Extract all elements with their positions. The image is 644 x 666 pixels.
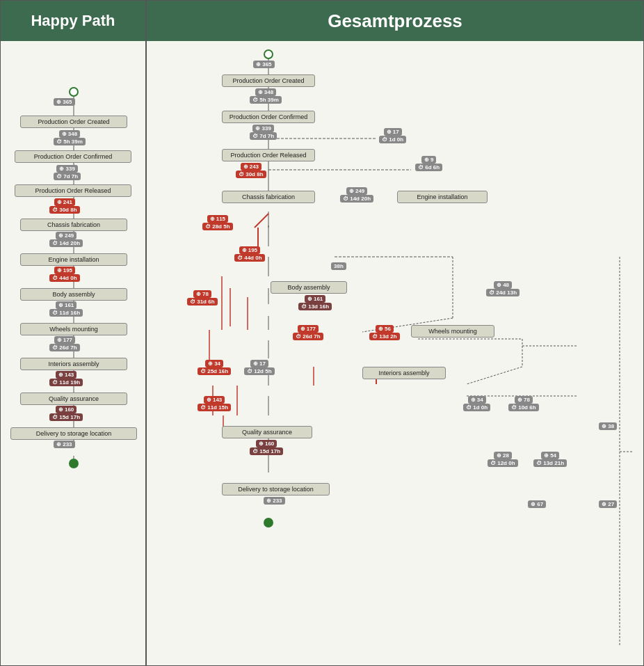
right-metric-177r: ⊕ 177 ⏱ 26d 7h [293, 325, 323, 340]
right-count-54: ⊕ 54 [541, 452, 559, 459]
left-count-8: ⊕ 143 [56, 371, 77, 379]
right-count-por: ⊕ 243 [241, 163, 262, 171]
left-count-5: ⊕ 195 [54, 267, 76, 274]
left-node-5: Engine installation [20, 253, 127, 266]
right-time-161r: ⏱ 13d 16h [298, 303, 332, 310]
right-time-249: ⏱ 14d 20h [340, 195, 373, 203]
right-count-34r: ⊕ 34 [468, 396, 486, 404]
left-time-2: ⏱ 7d 7h [54, 173, 81, 180]
panel-right: Gesamtprozess [147, 1, 643, 665]
left-node-8: Interiors assembly [20, 358, 127, 370]
left-metric-4: ⊕ 249 ⏱ 14d 20h [49, 232, 83, 247]
right-node-pocf: Production Order Confirmed [222, 111, 315, 123]
right-time-28: ⏱ 12d 0h [488, 459, 518, 467]
right-metric-9: ⊕ 9 ⏱ 6d 6h [415, 156, 442, 171]
right-time-56: ⏱ 13d 2h [369, 333, 400, 340]
right-time-160: ⏱ 15d 17h [250, 447, 283, 455]
panel-left: Happy Path [1, 1, 147, 665]
right-metric-28: ⊕ 28 ⏱ 12d 0h [488, 452, 518, 467]
left-metric-2: ⊕ 339 ⏱ 7d 7h [54, 165, 81, 180]
right-time-34r: ⏱ 1d 0h [463, 404, 490, 411]
right-count-233: ⊕ 233 [264, 497, 285, 505]
right-count-poc: ⊕ 348 [255, 88, 277, 96]
right-metric-48: ⊕ 48 ⏱ 24d 13h [486, 281, 520, 296]
right-node-por: Production Order Released [222, 149, 315, 161]
right-node-ba: Body assembly [271, 281, 347, 294]
right-metric-249: ⊕ 249 ⏱ 14d 20h [340, 187, 373, 203]
right-end-circle [264, 518, 273, 528]
left-count-2: ⊕ 339 [56, 165, 78, 173]
right-metric-38r: ⊕ 38 [599, 422, 617, 430]
svg-line-55 [467, 367, 522, 384]
left-count-4: ⊕ 249 [56, 232, 77, 239]
right-node-ei: Engine installation [397, 191, 488, 203]
right-time-34l: ⏱ 25d 16h [198, 367, 231, 375]
right-count-start: ⊕ 365 [253, 61, 275, 68]
left-time-3: ⏱ 30d 8h [49, 206, 80, 214]
right-metric-poc: ⊕ 348 ⏱ 5h 39m [250, 88, 282, 104]
right-count-177r: ⊕ 177 [298, 325, 319, 333]
right-count-27: ⊕ 27 [599, 500, 617, 508]
right-metric-78: ⊕ 78 ⏱ 31d 6h [187, 290, 218, 306]
right-time-poc: ⏱ 5h 39m [250, 96, 282, 104]
right-metric-160: ⊕ 160 ⏱ 15d 17h [250, 440, 283, 455]
right-start-circle [264, 49, 273, 59]
right-count-195: ⊕ 195 [239, 246, 261, 254]
right-count-9: ⊕ 9 [421, 156, 437, 164]
right-time-54: ⏱ 13d 21h [533, 459, 567, 467]
right-metric-17: ⊕ 17 ⏱ 1d 0h [379, 128, 406, 143]
right-time-17l: ⏱ 12d 5h [244, 367, 275, 375]
left-count-7: ⊕ 177 [54, 336, 76, 344]
right-metric-27: ⊕ 27 [599, 500, 617, 508]
right-count-17l: ⊕ 17 [250, 360, 268, 367]
right-time-pocf: ⏱ 7d 7h [250, 132, 277, 140]
right-time-115: ⏱ 28d 5h [202, 223, 233, 230]
left-time-6: ⏱ 11d 16h [49, 309, 83, 317]
left-panel-header: Happy Path [1, 1, 145, 41]
right-count-78r: ⊕ 78 [515, 396, 533, 404]
right-count-48: ⊕ 48 [494, 281, 512, 289]
right-38h: 38h [331, 262, 346, 270]
left-metric-3: ⊕ 241 ⏱ 30d 8h [49, 198, 80, 214]
right-count-161r: ⊕ 161 [305, 295, 326, 303]
left-metric-6: ⊕ 161 ⏱ 11d 16h [49, 301, 83, 317]
left-metric-10: ⊕ 233 [54, 441, 75, 448]
right-count-78: ⊕ 78 [193, 290, 211, 298]
right-count-249: ⊕ 249 [346, 187, 368, 195]
left-metric-7: ⊕ 177 ⏱ 26d 7h [49, 336, 80, 351]
left-end-circle [69, 459, 79, 468]
left-node-1: Production Order Created [20, 116, 127, 128]
left-node-10: Delivery to storage location [10, 427, 137, 440]
right-time-195: ⏱ 44d 0h [234, 254, 265, 262]
right-count-28: ⊕ 28 [494, 452, 512, 459]
right-metric-por: ⊕ 243 ⏱ 30d 8h [236, 163, 266, 178]
left-time-5: ⏱ 44d 0h [49, 274, 80, 282]
right-metric-233: ⊕ 233 [264, 497, 285, 505]
left-node-2: Production Order Confirmed [15, 150, 131, 163]
right-time-177r: ⏱ 26d 7h [293, 333, 323, 340]
right-time-por: ⏱ 30d 8h [236, 171, 266, 178]
right-count-38r: ⊕ 38 [599, 422, 617, 430]
main-container: Happy Path [0, 0, 644, 666]
left-node-3: Production Order Released [15, 184, 131, 197]
left-metric-8: ⊕ 143 ⏱ 11d 19h [49, 371, 83, 386]
right-time-78r: ⏱ 10d 6h [508, 404, 539, 411]
left-metric-9: ⊕ 160 ⏱ 15d 17h [49, 406, 83, 421]
right-panel-title: Gesamtprozess [328, 10, 462, 32]
left-metric-0: ⊕ 365 [54, 98, 75, 106]
left-count-0: ⊕ 365 [54, 98, 75, 106]
left-panel-body: ⊕ 365 Production Order Created ⊕ 348 ⏱ 5… [1, 41, 145, 665]
left-time-4: ⏱ 14d 20h [49, 239, 83, 247]
right-time-143: ⏱ 11d 15h [198, 404, 231, 411]
right-metric-38h: 38h [331, 262, 346, 270]
right-time-9: ⏱ 6d 6h [415, 164, 442, 171]
left-node-7: Wheels mounting [20, 323, 127, 335]
right-metric-78r: ⊕ 78 ⏱ 10d 6h [508, 396, 539, 411]
left-time-1: ⏱ 5h 39m [54, 138, 86, 145]
left-node-9: Quality assurance [20, 393, 127, 405]
left-start-circle [69, 87, 79, 97]
right-time-17: ⏱ 1d 0h [379, 136, 406, 143]
right-metric-pocf: ⊕ 339 ⏱ 7d 7h [250, 125, 277, 140]
right-metric-56: ⊕ 56 ⏱ 13d 2h [369, 325, 400, 340]
left-count-1: ⊕ 348 [59, 130, 81, 138]
